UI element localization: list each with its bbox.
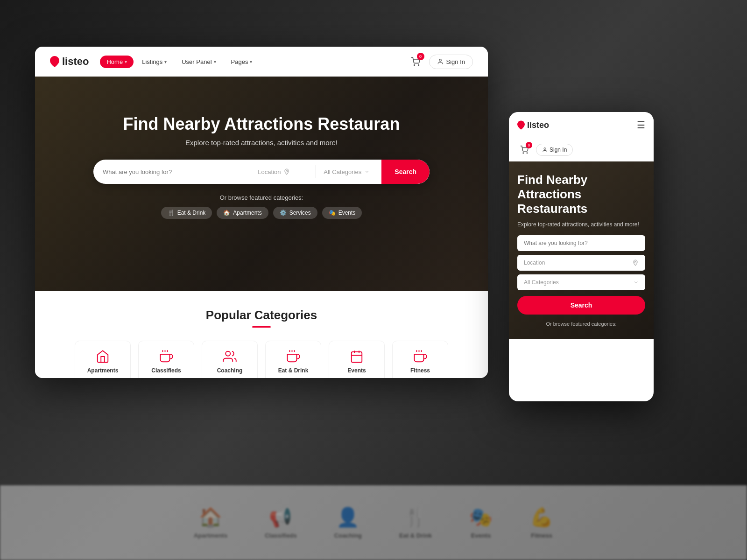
signin-button[interactable]: Sign In (429, 55, 473, 69)
events-cat-icon (350, 350, 364, 364)
mobile-hero-content: Find Nearby Attractions Restaurants Expl… (509, 161, 654, 336)
apartments-label: Apartments (87, 367, 119, 374)
svg-point-7 (226, 351, 230, 356)
mobile-hero: Find Nearby Attractions Restaurants Expl… (509, 161, 654, 339)
events-icon: 🎭 (329, 210, 336, 216)
category-classifieds[interactable]: Classifieds 1 (138, 341, 194, 378)
mobile-browse-label: Or browse featured categories: (517, 321, 645, 327)
categories-grid: Apartments 2 Classifieds 1 (54, 341, 469, 378)
category-events[interactable]: Events 1 (329, 341, 385, 378)
bottom-blurred-row: 🏠 Apartments 📢 Classifieds 👤 Coaching 🍴 … (0, 485, 747, 560)
blurred-events-icon: 🎭 (469, 506, 493, 528)
hero-subtitle: Explore top-rated attractions, activitie… (185, 139, 338, 147)
pill-apartments[interactable]: 🏠 Apartments (217, 207, 268, 219)
hamburger-menu[interactable]: ☰ (637, 119, 645, 131)
svg-point-18 (523, 153, 524, 154)
svg-point-20 (544, 148, 546, 150)
eat-drink-count: 1 (292, 378, 295, 378)
blurred-fitness-icon: 💪 (530, 506, 553, 528)
blurred-fitness-label: Fitness (531, 532, 552, 539)
mobile-cart-button[interactable]: 0 (517, 143, 531, 157)
logo-pin-icon (50, 56, 59, 67)
nav-listings[interactable]: Listings ▾ (135, 56, 173, 68)
blurred-eat-drink-label: Eat & Drink (399, 532, 432, 539)
nav-pages[interactable]: Pages ▾ (225, 56, 259, 68)
mobile-categories-dropdown[interactable]: All Categories (517, 274, 645, 290)
coaching-count: 1 (228, 378, 231, 378)
svg-point-3 (286, 170, 288, 172)
events-label: Events (347, 367, 366, 374)
pill-eat-drink[interactable]: 🍴 Eat & Drink (161, 207, 212, 219)
hero-title: Find Nearby Attractions Restauran (123, 114, 400, 134)
blurred-events: 🎭 Events (469, 506, 493, 539)
mobile-logo-text: listeo (527, 120, 549, 130)
location-input[interactable]: Location (250, 168, 316, 175)
home-chevron-icon: ▾ (125, 59, 127, 64)
blurred-fitness: 💪 Fitness (530, 506, 553, 539)
desktop-logo[interactable]: listeo (50, 56, 89, 68)
popular-title: Popular Categories (54, 308, 469, 322)
mobile-search-fields: Location All Categories Search (517, 235, 645, 315)
apartments-count: 2 (101, 378, 104, 378)
mobile-search-button[interactable]: Search (517, 296, 645, 315)
category-coaching[interactable]: Coaching 1 (202, 341, 258, 378)
mobile-cart-badge: 0 (526, 142, 532, 148)
mobile-navbar: listeo ☰ (509, 112, 654, 138)
blurred-eat-drink-icon: 🍴 (404, 506, 427, 528)
mobile-mockup: listeo ☰ 0 Sign In Find Nearby Attractio… (509, 112, 654, 401)
cart-badge: 0 (417, 53, 424, 60)
blurred-classifieds: 📢 Classifieds (265, 506, 297, 539)
apartments-icon: 🏠 (223, 210, 230, 216)
mobile-hero-subtitle: Explore top-rated attractions, activitie… (517, 221, 645, 228)
blurred-eat-drink: 🍴 Eat & Drink (399, 506, 432, 539)
mobile-signin-button[interactable]: Sign In (536, 144, 573, 156)
desktop-mockup: listeo Home ▾ Listings ▾ User Panel ▾ Pa… (35, 47, 488, 378)
blurred-events-label: Events (471, 532, 491, 539)
cart-button[interactable]: 0 (408, 54, 423, 70)
eat-drink-label: Eat & Drink (278, 367, 309, 374)
desktop-navbar: listeo Home ▾ Listings ▾ User Panel ▾ Pa… (35, 47, 488, 77)
pages-chevron-icon: ▾ (250, 59, 252, 64)
pill-services[interactable]: ⚙️ Services (273, 207, 317, 219)
services-icon: ⚙️ (280, 210, 287, 216)
category-fitness[interactable]: Fitness 1 (392, 341, 448, 378)
classifieds-cat-icon (159, 350, 173, 364)
svg-rect-11 (352, 352, 362, 363)
search-input[interactable] (93, 168, 250, 175)
mobile-logo[interactable]: listeo (517, 120, 549, 130)
blurred-apartments-icon: 🏠 (199, 506, 222, 528)
eat-drink-icon: 🍴 (168, 210, 175, 216)
apartments-cat-icon (96, 350, 110, 364)
mobile-nav-row2: 0 Sign In (509, 138, 654, 161)
classifieds-label: Classifieds (151, 367, 181, 374)
coaching-label: Coaching (217, 367, 243, 374)
blurred-coaching-icon: 👤 (336, 506, 359, 528)
svg-point-0 (414, 65, 415, 66)
mobile-search-input[interactable] (517, 235, 645, 251)
fitness-cat-icon (413, 350, 427, 364)
logo-text: listeo (62, 56, 89, 68)
browse-categories: Or browse featured categories: 🍴 Eat & D… (161, 194, 362, 219)
svg-point-2 (439, 59, 441, 62)
section-underline (252, 326, 271, 328)
category-eat-drink[interactable]: Eat & Drink 1 (265, 341, 321, 378)
mobile-logo-pin-icon (517, 120, 525, 130)
svg-point-21 (634, 261, 636, 263)
blurred-classifieds-label: Classifieds (265, 532, 297, 539)
mobile-location-input[interactable]: Location (517, 255, 645, 271)
browse-label: Or browse featured categories: (220, 194, 303, 201)
pill-events[interactable]: 🎭 Events (322, 207, 362, 219)
category-apartments[interactable]: Apartments 2 (75, 341, 131, 378)
userpanel-chevron-icon: ▾ (214, 59, 216, 64)
categories-dropdown[interactable]: All Categories (316, 168, 381, 175)
desktop-search-button[interactable]: Search (381, 160, 430, 184)
popular-categories-section: Popular Categories Apartments 2 (35, 291, 488, 378)
nav-links: Home ▾ Listings ▾ User Panel ▾ Pages ▾ (100, 56, 407, 68)
coaching-cat-icon (223, 350, 237, 364)
nav-home[interactable]: Home ▾ (100, 56, 134, 68)
nav-right: 0 Sign In (408, 54, 473, 70)
events-count: 1 (355, 378, 358, 378)
blurred-apartments-label: Apartments (194, 532, 227, 539)
nav-user-panel[interactable]: User Panel ▾ (175, 56, 222, 68)
blurred-classifieds-icon: 📢 (269, 506, 292, 528)
